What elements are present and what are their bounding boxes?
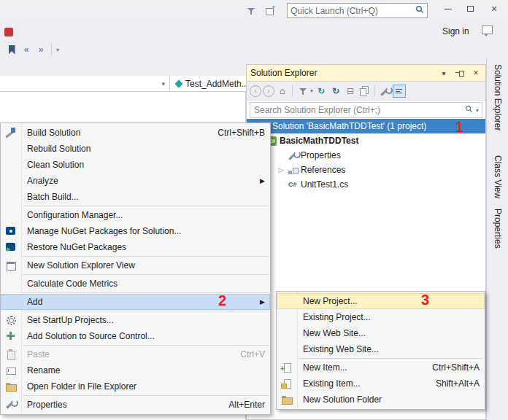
menu-item-label: Calculate Code Metrics	[27, 279, 265, 289]
menu-item-properties[interactable]: Properties Alt+Enter	[1, 397, 270, 413]
folder-icon	[281, 394, 292, 405]
menu-item-label: Manage NuGet Packages for Solution...	[27, 226, 265, 236]
toolbar-options-chevron-icon[interactable]: ▾	[56, 47, 59, 53]
window-position-chevron-icon[interactable]: ▾	[438, 67, 450, 79]
tab-class-view[interactable]: Class View	[493, 155, 503, 198]
search-options-chevron-icon[interactable]: ▾	[476, 107, 479, 114]
menu-item-new-solution-explorer-view[interactable]: New Solution Explorer View	[1, 257, 270, 273]
menu-item-calculate-code-metrics[interactable]: Calculate Code Metrics	[1, 276, 270, 292]
preview-selected-items-toggle[interactable]	[393, 85, 406, 98]
menu-item-shortcut: Ctrl+Shift+A	[432, 362, 480, 373]
tree-item-references[interactable]: ▷ References	[247, 163, 485, 177]
annotation-1: 1	[455, 120, 463, 134]
menu-item-add-solution-to-source-control[interactable]: Add Solution to Source Control...	[1, 328, 270, 344]
menu-item-label: Existing Web Site...	[303, 344, 480, 354]
menu-separator	[23, 395, 269, 396]
menu-item-rename[interactable]: Rename	[1, 362, 270, 378]
menu-item-paste[interactable]: Paste Ctrl+V	[1, 346, 270, 362]
menu-item-label: Properties	[27, 400, 211, 410]
quick-launch-box[interactable]	[287, 3, 428, 18]
submenu-arrow-icon: ▶	[260, 298, 265, 306]
back-icon[interactable]: ‹	[250, 85, 261, 97]
tab-properties[interactable]: Properties	[493, 209, 503, 249]
menu-item-shortcut: Shift+Alt+A	[436, 378, 480, 389]
tab-solution-explorer[interactable]: Solution Explorer	[493, 64, 503, 131]
filter-chevron-icon[interactable]: ▾	[310, 88, 313, 94]
menu-item-new-project[interactable]: New Project...	[277, 293, 485, 309]
member-dropdown-label: Test_AddMeth...	[185, 79, 246, 89]
menu-item-configuration-manager[interactable]: Configuration Manager...	[1, 207, 270, 223]
gear-icon	[5, 314, 16, 325]
menu-item-new-item[interactable]: New Item... Ctrl+Shift+A	[277, 359, 485, 376]
menu-item-label: New Item...	[303, 362, 415, 373]
home-icon[interactable]: ⌂	[276, 85, 289, 98]
menu-item-manage-nuget-packages[interactable]: Manage NuGet Packages for Solution...	[1, 223, 270, 239]
tree-item-properties[interactable]: Properties	[247, 148, 485, 163]
menu-item-label: Restore NuGet Packages	[27, 242, 265, 252]
solution-explorer-header[interactable]: Solution Explorer ▾ ×	[247, 65, 485, 82]
menu-item-add[interactable]: Add ▶	[1, 294, 270, 310]
filter-dropdown-icon[interactable]	[296, 85, 309, 98]
close-panel-icon[interactable]: ×	[470, 67, 482, 79]
menu-item-label: Batch Build...	[27, 192, 265, 202]
source-control-plus-icon	[5, 330, 16, 341]
menu-item-label: Add Solution to Source Control...	[27, 331, 265, 341]
search-icon	[465, 105, 473, 115]
bookmark-icon[interactable]	[6, 43, 18, 56]
menu-separator	[23, 256, 269, 257]
title-bar: ×	[0, 0, 508, 22]
menu-item-existing-item[interactable]: Existing Item... Shift+Alt+A	[277, 376, 485, 392]
menu-item-batch-build[interactable]: Batch Build...	[1, 189, 270, 205]
menu-item-clean-solution[interactable]: Clean Solution	[1, 157, 270, 173]
menu-item-label: Rebuild Solution	[27, 144, 265, 154]
menu-item-label: New Solution Explorer View	[27, 260, 265, 271]
standard-toolbar: « » ▾	[0, 41, 241, 58]
feedback-icon[interactable]	[482, 26, 493, 34]
menu-item-label: Open Folder in File Explorer	[27, 381, 265, 392]
close-button[interactable]: ×	[482, 0, 507, 18]
menu-item-new-web-site[interactable]: New Web Site...	[277, 325, 485, 341]
next-bookmark-icon[interactable]: »	[35, 43, 47, 56]
tree-item-unittest-file[interactable]: UnitTest1.cs	[247, 177, 485, 192]
menu-separator	[23, 311, 269, 311]
forward-icon[interactable]: ›	[263, 85, 274, 97]
menu-item-restore-nuget-packages[interactable]: Restore NuGet Packages	[1, 239, 270, 255]
tool-window-tab-strip: Solution Explorer Class View Properties	[486, 58, 508, 420]
wrench-icon	[5, 399, 16, 410]
sign-in-link[interactable]: Sign in	[442, 26, 469, 36]
collapse-all-icon[interactable]: ⊟	[344, 85, 357, 98]
filter-icon[interactable]	[246, 6, 257, 17]
menu-item-existing-web-site[interactable]: Existing Web Site...	[277, 341, 485, 357]
properties-wrench-icon[interactable]	[378, 85, 391, 98]
tree-item-label: Properties	[301, 150, 341, 160]
menu-item-build-solution[interactable]: Build Solution Ctrl+Shift+B	[1, 125, 270, 141]
solution-explorer-search-input[interactable]	[250, 105, 462, 115]
menu-item-label: Set StartUp Projects...	[27, 315, 265, 325]
copy-properties-icon[interactable]	[358, 85, 372, 98]
menu-item-new-solution-folder[interactable]: New Solution Folder	[277, 392, 485, 408]
refresh-icon[interactable]: ↻	[329, 85, 342, 98]
tree-item-label: UnitTest1.cs	[301, 179, 348, 190]
maximize-button[interactable]	[460, 0, 480, 18]
editor-type-dropdown[interactable]: ▾	[0, 76, 170, 92]
previous-bookmark-icon[interactable]: «	[20, 43, 32, 56]
chevron-down-icon: ▾	[161, 80, 165, 88]
menu-item-analyze[interactable]: Analyze ▶	[1, 173, 270, 189]
quick-launch-input[interactable]	[288, 6, 415, 16]
expander-icon[interactable]: ▷	[277, 166, 285, 174]
notification-icon[interactable]	[4, 28, 13, 36]
editor-member-dropdown[interactable]: Test_AddMeth...	[170, 76, 246, 92]
menu-item-rebuild-solution[interactable]: Rebuild Solution	[1, 141, 270, 157]
solution-explorer-search-box[interactable]: ▾	[250, 102, 482, 118]
menu-item-existing-project[interactable]: Existing Project...	[277, 309, 485, 325]
menu-item-open-folder-in-file-explorer[interactable]: Open Folder in File Explorer	[1, 378, 270, 394]
add-submenu: New Project... Existing Project... New W…	[276, 291, 485, 410]
tree-item-project[interactable]: ◢ BasicMathTDDTest	[247, 133, 485, 148]
menu-item-set-startup-projects[interactable]: Set StartUp Projects...	[1, 312, 270, 328]
send-feedback-icon[interactable]	[264, 4, 275, 15]
pin-icon[interactable]	[454, 67, 466, 79]
toolbar-separator	[292, 85, 293, 97]
tree-item-solution[interactable]: ◢ Solution 'BasicMathTDDTest' (1 project…	[247, 119, 485, 133]
sync-with-active-document-icon[interactable]: ↻	[315, 85, 328, 98]
minimize-button[interactable]	[438, 0, 458, 18]
